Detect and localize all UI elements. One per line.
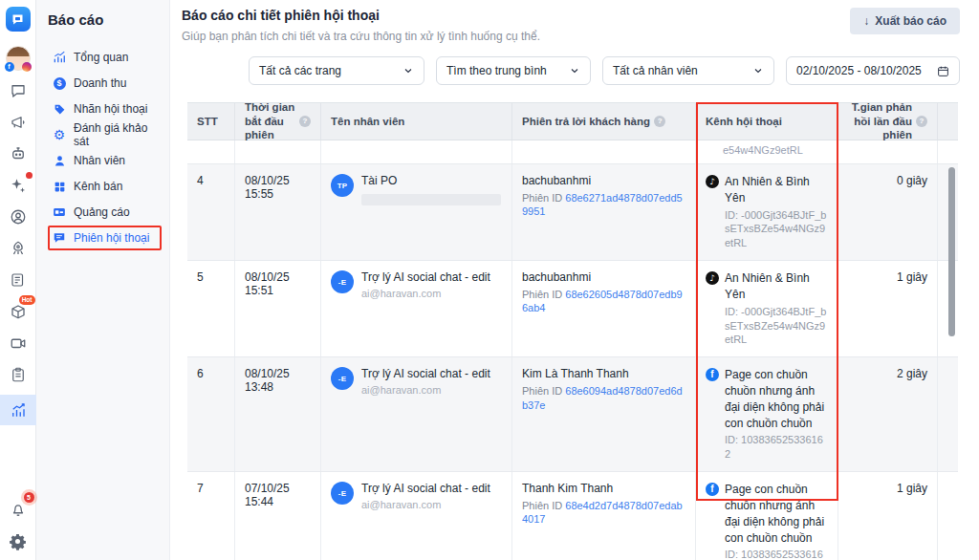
info-icon[interactable]: ? (916, 116, 927, 127)
chevron-down-icon (569, 65, 580, 76)
column-header-stt: STT (187, 103, 235, 140)
customer-cell: bachubanhmi Phiên ID 68e62605d4878d07edb… (512, 261, 696, 356)
redacted-placeholder (361, 194, 501, 205)
page-filter-dropdown[interactable]: Tất cả các trang (249, 56, 424, 85)
table-body: e54w4NGz9etRL 4 08/10/25 15:55 TP Tài PO… (187, 140, 958, 560)
first-response-time: 1 giây (838, 472, 938, 560)
table-row[interactable]: 7 07/10/25 15:44 -E Trợ lý AI social cha… (187, 472, 958, 560)
customer-cell: Kim Là Thanh Thanh Phiên ID 68e6094ad487… (512, 357, 696, 471)
tiktok-icon (706, 271, 719, 285)
clipboard-icon[interactable] (0, 363, 36, 386)
channel-id: ID: -000Gjt364BJtF_bsETxsBZe54w4NGz9etRL (725, 208, 828, 251)
staff-cell: -E Trợ lý AI social chat - edit ai@harav… (321, 472, 512, 560)
channel-cell: Page con chuồn chuồn nhưng ánh đại diện … (696, 357, 838, 471)
column-header-first-response-time: T.gian phản hồi lần đầu phiên? (838, 103, 938, 140)
notification-badge: 5 (24, 492, 34, 503)
vertical-scrollbar[interactable] (948, 167, 955, 336)
contact-icon[interactable] (0, 205, 36, 228)
table-row[interactable]: 6 08/10/25 13:48 -E Trợ lý AI social cha… (187, 357, 958, 472)
page-subtitle: Giúp bạn phân tích chi tiết và tra cứu t… (182, 30, 540, 43)
sidebar-item-nhan-hoi-thoai[interactable]: Nhãn hội thoại (48, 97, 162, 121)
staff-filter-dropdown[interactable]: Tất cả nhân viên (602, 56, 774, 85)
info-icon[interactable]: ? (299, 116, 311, 127)
customer-name: Thanh Kim Thanh (522, 482, 685, 495)
analytics-icon[interactable] (0, 395, 36, 425)
customer-cell: bachubanhmi Phiên ID 68e6271ad4878d07edd… (512, 164, 696, 260)
hot-badge: Hot (19, 295, 35, 305)
staff-name: Trợ lý AI social chat - edit (361, 482, 490, 497)
channel-id: ID: 103836525336162 (725, 548, 828, 560)
rows-host: 4 08/10/25 15:55 TP Tài PO bachubanhmi P… (187, 164, 958, 560)
camera-icon[interactable] (0, 332, 36, 355)
facebook-icon (706, 483, 719, 496)
search-mode-dropdown[interactable]: Tìm theo trung bình (436, 56, 591, 85)
info-icon[interactable]: ? (654, 116, 665, 127)
date-range-picker[interactable]: 02/10/2025 - 08/10/2025 (786, 56, 960, 85)
sidebar-item-label: Phiên hội thoại (74, 231, 149, 245)
table-row[interactable]: 4 08/10/25 15:55 TP Tài PO bachubanhmi P… (187, 164, 958, 261)
column-header-start-time: Thời gian bắt đầu phiên? (235, 103, 321, 140)
ads-icon (53, 205, 66, 219)
session-id-label: Phiên ID (522, 500, 562, 511)
session-start-time: 08/10/25 15:51 (235, 261, 321, 356)
channel-id: ID: 103836525336162 (725, 433, 828, 462)
rocket-icon[interactable] (0, 237, 36, 260)
customer-name: bachubanhmi (522, 174, 685, 187)
table-row-partial: e54w4NGz9etRL (187, 140, 958, 164)
megaphone-icon[interactable] (0, 111, 36, 134)
sidebar-item-nhan-vien[interactable]: Nhân viên (48, 148, 162, 173)
package-icon[interactable]: Hot (0, 300, 36, 323)
chat-icon[interactable] (0, 79, 36, 102)
channel-name: Page con chuồn chuồn nhưng ánh đại diện … (725, 482, 828, 546)
session-id-label: Phiên ID (522, 289, 562, 300)
bell-icon[interactable]: 5 (0, 498, 36, 521)
filter-bar: Tất cả các trang Tìm theo trung bình Tất… (182, 56, 979, 85)
staff-icon (53, 154, 66, 167)
staff-avatar: -E (331, 482, 354, 505)
facebook-badge-icon: f (5, 62, 14, 72)
feed-icon[interactable] (0, 269, 36, 291)
sparkle-icon[interactable] (0, 174, 36, 197)
column-header-extra (938, 103, 958, 140)
sidebar-item-label: Kênh bán (74, 180, 122, 193)
channel-name: Page con chuồn chuồn nhưng ánh đại diện … (725, 367, 828, 431)
user-avatar[interactable]: f (6, 46, 31, 71)
staff-avatar: -E (331, 270, 354, 293)
table-header-row: STT Thời gian bắt đầu phiên? Tên nhân vi… (187, 102, 958, 140)
session-start-time: 08/10/25 15:55 (235, 164, 321, 260)
staff-cell: -E Trợ lý AI social chat - edit ai@harav… (321, 357, 512, 471)
sidebar-item-phien-hoi-thoai[interactable]: Phiên hội thoại (48, 226, 162, 250)
staff-name: Tài PO (361, 174, 501, 189)
facebook-icon (706, 368, 719, 381)
staff-avatar: -E (331, 367, 354, 390)
customer-name: bachubanhmi (522, 270, 685, 284)
customer-cell: Thanh Kim Thanh Phiên ID 68e4d2d7d4878d0… (512, 472, 696, 560)
staff-cell: TP Tài PO (321, 164, 512, 260)
staff-email: ai@haravan.com (361, 384, 490, 396)
sidebar-item-label: Quảng cáo (74, 205, 130, 219)
bot-icon[interactable] (0, 142, 36, 165)
icon-rail: f Hot (0, 0, 36, 560)
tiktok-icon (706, 175, 719, 188)
tag-icon (53, 102, 66, 116)
customer-name: Kim Là Thanh Thanh (522, 367, 685, 380)
gear-icon[interactable] (0, 529, 36, 552)
sidebar-item-quang-cao[interactable]: Quảng cáo (48, 200, 162, 225)
column-header-customer-session: Phiên trả lời khách hàng? (512, 103, 696, 140)
session-start-time: 08/10/25 13:48 (235, 357, 321, 471)
table-row[interactable]: 5 08/10/25 15:51 -E Trợ lý AI social cha… (187, 261, 958, 357)
export-report-button[interactable]: ↓ Xuất báo cáo (850, 8, 960, 34)
sidebar-item-kenh-ban[interactable]: Kênh bán (48, 174, 162, 199)
sidebar-item-doanh-thu[interactable]: $ Doanh thu (48, 71, 162, 96)
staff-avatar: TP (331, 174, 354, 197)
instagram-badge-icon (22, 62, 32, 72)
channels-icon (53, 180, 66, 193)
app-logo-icon[interactable] (6, 7, 31, 32)
channel-cell: An Nhiên & Bình Yên ID: -000Gjt364BJtF_b… (696, 164, 838, 260)
extra-cell (938, 357, 958, 471)
first-response-time: 0 giây (838, 164, 938, 260)
first-response-time: 2 giây (838, 357, 938, 471)
sessions-table: STT Thời gian bắt đầu phiên? Tên nhân vi… (187, 102, 958, 560)
sidebar-item-danh-gia-khao-sat[interactable]: ⚙ Đánh giá khảo sát (48, 122, 162, 147)
sidebar-item-tong-quan[interactable]: Tổng quan (48, 45, 162, 70)
